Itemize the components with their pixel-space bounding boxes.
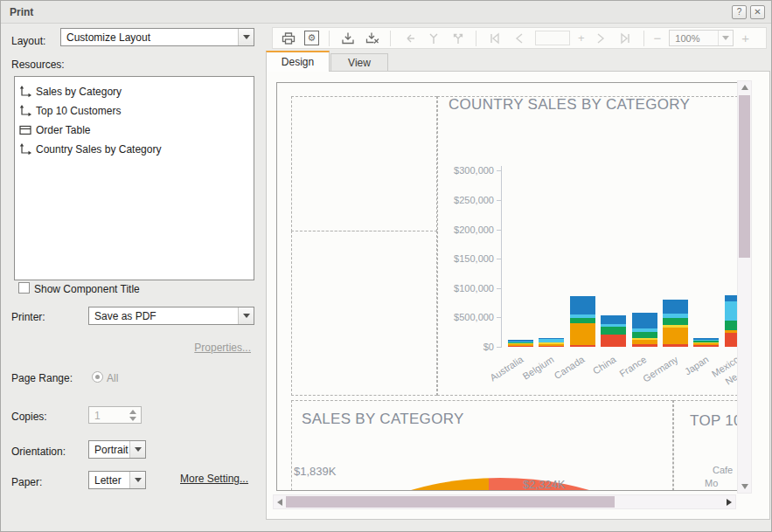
horizontal-scrollbar[interactable]: [273, 494, 736, 509]
next-page-icon: [594, 31, 608, 45]
y-tick-label: $200,000: [431, 225, 494, 235]
bar-segment-green: [663, 318, 688, 325]
resource-item-sales-by-category[interactable]: Sales by Category: [18, 82, 250, 101]
branch-back-button[interactable]: [400, 30, 417, 46]
preview-panel: ⚙ +: [265, 24, 772, 532]
first-page-button[interactable]: [486, 30, 503, 46]
bar-segment-blue: [508, 340, 533, 342]
dialog-titlebar: Print ? ✕: [1, 1, 771, 24]
y-tick-label: $300,000: [431, 165, 494, 176]
resources-listbox[interactable]: Sales by Category Top 10 Customers Order…: [14, 76, 254, 280]
resource-item-country-sales-by-category[interactable]: Country Sales by Category: [18, 140, 250, 159]
tab-design[interactable]: Design: [266, 51, 330, 72]
copies-label: Copies:: [11, 411, 47, 423]
page-plus-icon: +: [578, 31, 585, 45]
branch-left-icon: [401, 31, 417, 46]
vertical-scrollbar[interactable]: [737, 80, 752, 494]
scroll-down-icon[interactable]: [741, 484, 748, 489]
close-button[interactable]: ✕: [750, 5, 765, 19]
y-tick-mark: [497, 230, 501, 231]
chevron-down-icon[interactable]: [238, 29, 254, 45]
branch-split-icon: [450, 31, 466, 46]
chevron-down-icon[interactable]: [129, 441, 145, 458]
help-button[interactable]: ?: [732, 5, 747, 19]
bar-segment-orange: [570, 323, 595, 345]
last-page-button[interactable]: [617, 30, 634, 46]
previous-page-button[interactable]: [511, 30, 527, 46]
preview-page: COUNTRY SALES BY CATEGORY $0$500,000$100…: [276, 82, 741, 491]
chevron-down-icon[interactable]: [238, 307, 254, 324]
resource-item-order-table[interactable]: Order Table: [18, 121, 250, 140]
page-range-all-radio[interactable]: [92, 371, 103, 383]
copies-decrement-icon[interactable]: [129, 417, 136, 421]
page-range-label: Page Range:: [11, 372, 73, 384]
chevron-down-icon[interactable]: [718, 31, 733, 45]
branch-up-button[interactable]: [425, 30, 442, 46]
chevron-down-icon[interactable]: [129, 472, 145, 488]
y-tick-mark: [497, 317, 501, 318]
last-page-icon: [618, 31, 632, 45]
bar-segment-yellow: [632, 338, 657, 340]
sales-chart-title: SALES BY CATEGORY: [302, 411, 464, 428]
zoom-in-button[interactable]: +: [741, 31, 749, 45]
properties-link[interactable]: Properties...: [194, 342, 251, 354]
copies-stepper[interactable]: 1: [88, 406, 142, 424]
resources-label: Resources:: [11, 59, 65, 71]
page-number-input[interactable]: [535, 31, 570, 45]
y-tick-label: $150,000: [431, 253, 494, 264]
bar-segment-green: [693, 341, 719, 342]
bar-segment-blue: [632, 313, 657, 328]
bar-segment-orange: [663, 328, 688, 344]
bar-segment-red: [601, 335, 626, 347]
scroll-up-icon[interactable]: [741, 85, 748, 90]
download-edit-icon: [365, 31, 380, 46]
show-component-title-checkbox[interactable]: [18, 282, 30, 294]
zoom-select[interactable]: 100%: [669, 30, 734, 46]
bar-segment-cyan: [663, 314, 688, 318]
top10-row-label: Mo: [705, 478, 718, 488]
next-page-button[interactable]: [593, 30, 609, 46]
chart-axes-icon: [18, 85, 32, 99]
bar-segment-green: [601, 327, 626, 335]
scroll-right-icon[interactable]: [727, 499, 732, 506]
more-setting-link[interactable]: More Setting...: [180, 473, 248, 485]
zoom-out-button[interactable]: −: [654, 31, 662, 45]
pie-slice-label: $2,324K: [523, 478, 565, 491]
y-tick-label: $0: [431, 342, 494, 352]
layout-select[interactable]: Customize Layout: [60, 28, 254, 46]
layout-label: Layout:: [11, 35, 45, 47]
print-button[interactable]: [280, 30, 296, 46]
bar-segment-red: [632, 344, 657, 347]
export-edit-button[interactable]: [364, 30, 380, 46]
resource-item-label: Top 10 Customers: [36, 105, 121, 117]
show-component-title-label: Show Component Title: [34, 283, 140, 295]
y-tick-mark: [497, 347, 501, 348]
toolbar-separator: [329, 31, 330, 46]
previous-page-icon: [512, 31, 526, 45]
first-page-icon: [488, 31, 502, 45]
export-button[interactable]: [339, 30, 356, 46]
print-settings-button[interactable]: ⚙: [304, 31, 319, 45]
copies-increment-icon[interactable]: [129, 410, 136, 414]
bar-segment-green: [570, 318, 595, 323]
resource-item-top-10-customers[interactable]: Top 10 Customers: [18, 101, 250, 121]
y-tick-mark: [497, 259, 501, 259]
toolbar-separator: [476, 31, 476, 46]
orientation-select[interactable]: Portrait: [88, 440, 146, 459]
branch-forward-button[interactable]: [449, 30, 466, 46]
paper-select[interactable]: Letter: [88, 471, 146, 489]
scroll-left-icon[interactable]: [277, 499, 282, 506]
orientation-select-value: Portrait: [89, 444, 129, 456]
vertical-scrollbar-thumb[interactable]: [739, 95, 750, 258]
tab-view[interactable]: View: [330, 53, 388, 72]
bar-segment-green: [508, 342, 533, 343]
y-tick-mark: [497, 288, 501, 289]
bar-segment-yellow: [663, 325, 688, 328]
y-axis-line: [501, 166, 502, 348]
y-tick-label: $250,000: [431, 195, 494, 205]
bar-segment-red: [693, 345, 719, 347]
printer-select[interactable]: Save as PDF: [88, 307, 254, 325]
horizontal-scrollbar-thumb[interactable]: [286, 496, 615, 508]
bar-segment-cyan: [570, 314, 595, 318]
bar-segment-cyan: [539, 339, 564, 342]
